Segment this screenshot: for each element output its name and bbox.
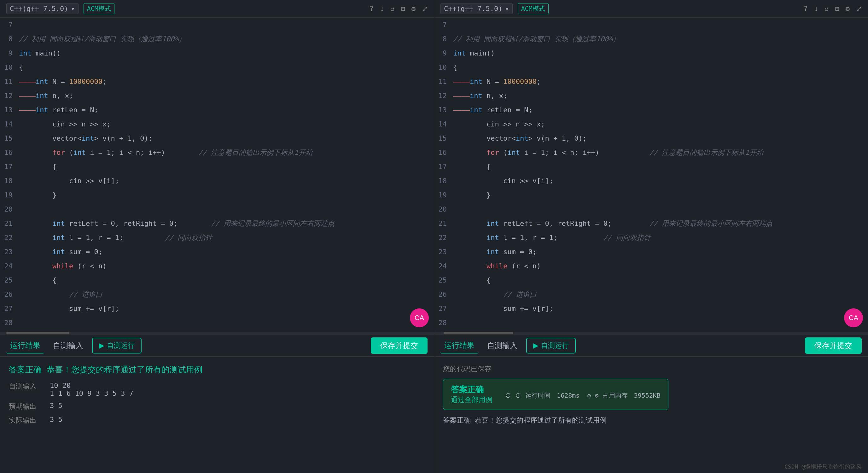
line-7-right: 7 xyxy=(434,18,868,32)
right-memory-icon: ⚙ xyxy=(587,392,595,399)
right-play-icon: ▶ xyxy=(533,342,538,350)
line-14-right: 14 cin >> n >> x; xyxy=(434,117,868,131)
right-answer-badge: 答案正确 通过全部用例 ⏱ ⏱ 运行时间 1628ms ⚙ ⚙ 占用内存 395… xyxy=(443,379,669,410)
left-self-test-input-values: 10 20 1 1 6 10 9 3 3 5 3 7 xyxy=(50,382,133,397)
left-layout-icon[interactable]: ⊞ xyxy=(401,5,405,12)
right-lang-chevron: ▾ xyxy=(505,5,509,12)
left-scrollbar-area[interactable] xyxy=(0,332,434,334)
right-self-test-run-label: 自测运行 xyxy=(541,341,569,350)
line-13-left: 13 ————int retLen = N; xyxy=(0,103,434,117)
line-15-left: 15 vector<int> v(n + 1, 0); xyxy=(0,131,434,145)
right-self-test-input-tab[interactable]: 自测输入 xyxy=(483,338,521,353)
line-8-left: 8 // 利用 同向双指针/滑动窗口 实现（通过率100%） xyxy=(0,32,434,46)
right-toolbar: C++(g++ 7.5.0) ▾ ACM模式 ? ↓ ↺ ⊞ ⚙ ⤢ xyxy=(434,0,868,17)
right-memory-val: 39552KB xyxy=(634,392,660,399)
left-scrollbar-thumb[interactable] xyxy=(6,332,69,334)
right-code-lines: 7 8 // 利用 同向双指针/滑动窗口 实现（通过率100%） 9 int m… xyxy=(434,18,868,332)
translate-btn-left[interactable]: CA xyxy=(410,308,429,327)
translate-icon-left: CA xyxy=(414,314,424,322)
main-area: 7 8 // 利用 同向双指针/滑动窗口 实现（通过率100%） 9 int m… xyxy=(0,18,868,356)
right-scrollbar-area[interactable] xyxy=(434,332,868,334)
line-23-left: 23 int sum = 0; xyxy=(0,245,434,259)
right-submit-btn[interactable]: 保存并提交 xyxy=(805,338,862,354)
left-self-test-input-tab[interactable]: 自测输入 xyxy=(49,338,87,353)
line-9-left: 9 int main() xyxy=(0,46,434,60)
left-download-icon[interactable]: ↓ xyxy=(380,5,384,12)
line-19-right: 19 } xyxy=(434,188,868,202)
left-submit-btn[interactable]: 保存并提交 xyxy=(371,338,428,354)
left-self-test-val1: 10 20 xyxy=(50,382,133,389)
line-27-right: 27 sum += v[r]; xyxy=(434,302,868,316)
line-20-left: 20 xyxy=(0,202,434,216)
left-refresh-icon[interactable]: ↺ xyxy=(390,5,395,12)
left-toolbar: C++(g++ 7.5.0) ▾ ACM模式 ? ↓ ↺ ⊞ ⚙ ⤢ xyxy=(0,0,434,17)
line-17-right: 17 { xyxy=(434,160,868,174)
line-8-right: 8 // 利用 同向双指针/滑动窗口 实现（通过率100%） xyxy=(434,32,868,46)
left-expected-output-val: 3 5 xyxy=(50,402,62,410)
right-fullscreen-icon[interactable]: ⤢ xyxy=(856,5,862,12)
line-22-left: 22 int l = 1, r = 1; // 同向双指针 xyxy=(0,230,434,245)
line-23-right: 23 int sum = 0; xyxy=(434,245,868,259)
right-download-icon[interactable]: ↓ xyxy=(814,5,818,12)
line-16-right: 16 for (int i = 1; i < n; i++) // 注意题目的输… xyxy=(434,145,868,160)
right-results-panel: 您的代码已保存 答案正确 通过全部用例 ⏱ ⏱ 运行时间 1628ms ⚙ ⚙ … xyxy=(434,357,868,473)
left-self-test-input-row: 自测输入 10 20 1 1 6 10 9 3 3 5 3 7 xyxy=(9,382,425,397)
left-run-result-tab[interactable]: 运行结果 xyxy=(6,338,44,353)
right-badge-title: 答案正确 xyxy=(451,384,493,395)
translate-icon-right: CA xyxy=(849,314,859,322)
left-bottom-toolbar: 运行结果 自测输入 ▶ 自测运行 保存并提交 xyxy=(0,334,434,356)
left-lang-label: C++(g++ 7.5.0) xyxy=(10,5,68,12)
right-scrollbar-thumb[interactable] xyxy=(444,332,513,334)
left-settings-icon[interactable]: ⚙ xyxy=(411,5,415,12)
line-14-left: 14 cin >> n >> x; xyxy=(0,117,434,131)
line-19-left: 19 } xyxy=(0,188,434,202)
left-expected-output-label: 预期输出 xyxy=(9,402,50,411)
line-21-left: 21 int retLeft = 0, retRight = 0; // 用来记… xyxy=(0,216,434,230)
left-self-test-run-label: 自测运行 xyxy=(107,341,135,350)
line-11-left: 11 ————int N = 10000000; xyxy=(0,74,434,89)
left-question-icon[interactable]: ? xyxy=(370,5,374,12)
right-refresh-icon[interactable]: ↺ xyxy=(825,5,829,12)
line-10-right: 10 { xyxy=(434,60,868,74)
line-10-left: 10 { xyxy=(0,60,434,74)
line-26-left: 26 // 进窗口 xyxy=(0,287,434,302)
right-run-time: ⏱ ⏱ 运行时间 1628ms xyxy=(505,391,580,400)
right-question-icon[interactable]: ? xyxy=(804,5,808,12)
line-28-right: 28 xyxy=(434,316,868,330)
line-24-right: 24 while (r < n) xyxy=(434,259,868,273)
left-expected-output-row: 预期输出 3 5 xyxy=(9,402,425,411)
left-code-editor[interactable]: 7 8 // 利用 同向双指针/滑动窗口 实现（通过率100%） 9 int m… xyxy=(0,18,434,332)
right-run-result-tab[interactable]: 运行结果 xyxy=(440,338,478,353)
line-18-left: 18 cin >> v[i]; xyxy=(0,174,434,188)
right-code-editor[interactable]: 7 8 // 利用 同向双指针/滑动窗口 实现（通过率100%） 9 int m… xyxy=(434,18,868,332)
left-code-lines: 7 8 // 利用 同向双指针/滑动窗口 实现（通过率100%） 9 int m… xyxy=(0,18,434,332)
right-saved-text: 您的代码已保存 xyxy=(443,364,859,374)
left-result-success: 答案正确 恭喜！您提交的程序通过了所有的测试用例 xyxy=(9,364,425,375)
left-fullscreen-icon[interactable]: ⤢ xyxy=(422,5,428,12)
line-13-right: 13 ————int retLen = N; xyxy=(434,103,868,117)
results-area: 答案正确 恭喜！您提交的程序通过了所有的测试用例 自测输入 10 20 1 1 … xyxy=(0,356,868,473)
left-lang-select[interactable]: C++(g++ 7.5.0) ▾ xyxy=(6,3,79,14)
line-17-left: 17 { xyxy=(0,160,434,174)
line-25-right: 25 { xyxy=(434,273,868,287)
line-21-right: 21 int retLeft = 0, retRight = 0; // 用来记… xyxy=(434,216,868,230)
right-run-time-val: 1628ms xyxy=(557,392,580,399)
right-layout-icon[interactable]: ⊞ xyxy=(835,5,839,12)
line-27-left: 27 sum += v[r]; xyxy=(0,302,434,316)
right-run-time-icon: ⏱ xyxy=(505,392,515,399)
line-28-left: 28 xyxy=(0,316,434,330)
right-lang-select[interactable]: C++(g++ 7.5.0) ▾ xyxy=(440,3,513,14)
right-toolbar-icons: ? ↓ ↺ ⊞ ⚙ ⤢ xyxy=(804,5,862,12)
right-self-test-run-btn[interactable]: ▶ 自测运行 xyxy=(526,338,576,353)
translate-btn-right[interactable]: CA xyxy=(844,308,863,327)
right-acm-badge: ACM模式 xyxy=(518,3,549,14)
left-acm-badge: ACM模式 xyxy=(84,3,115,14)
line-22-right: 22 int l = 1, r = 1; // 同向双指针 xyxy=(434,230,868,245)
left-toolbar-icons: ? ↓ ↺ ⊞ ⚙ ⤢ xyxy=(370,5,428,12)
right-settings-icon[interactable]: ⚙ xyxy=(846,5,850,12)
right-badge-meta: ⏱ ⏱ 运行时间 1628ms ⚙ ⚙ 占用内存 39552KB xyxy=(505,391,660,400)
right-lang-label: C++(g++ 7.5.0) xyxy=(444,5,502,12)
left-self-test-run-btn[interactable]: ▶ 自测运行 xyxy=(92,338,142,353)
left-actual-output-val: 3 5 xyxy=(50,416,62,423)
left-play-icon: ▶ xyxy=(99,342,104,350)
